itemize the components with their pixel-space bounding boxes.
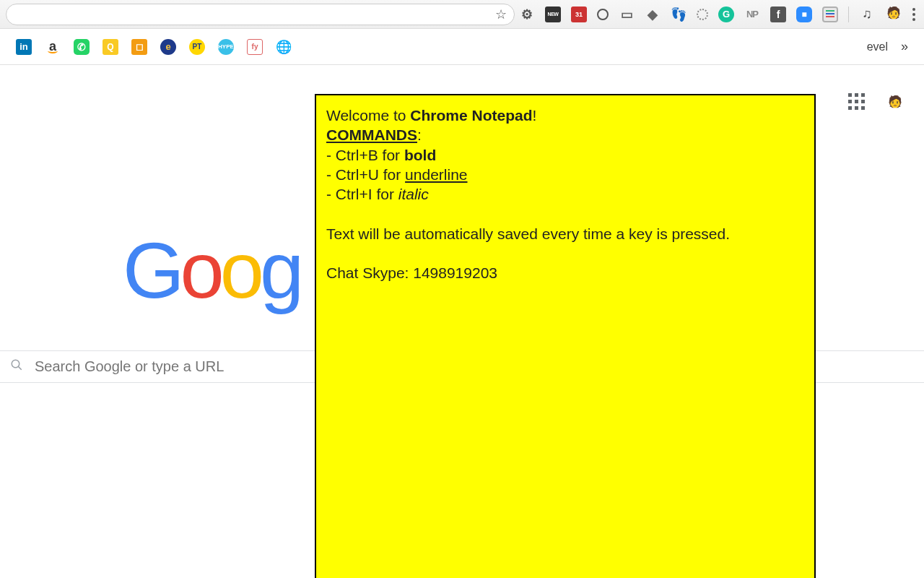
- display-icon[interactable]: ▭: [619, 7, 635, 22]
- notepad-text: - Ctrl+U for: [326, 166, 405, 183]
- google-apps-icon[interactable]: [848, 93, 865, 110]
- empty-circle-icon[interactable]: [597, 9, 609, 20]
- google-logo-letter: g: [260, 225, 300, 314]
- notepad-command-bold: - Ctrl+B for bold: [326, 145, 804, 165]
- bookmark-text-item[interactable]: evel: [867, 40, 888, 53]
- notepad-italic-word: italic: [398, 186, 429, 202]
- notepad-text: Welcome to: [326, 107, 410, 124]
- notepad-command-underline: - Ctrl+U for underline: [326, 165, 804, 184]
- chrome-notepad-extension-icon[interactable]: [822, 7, 838, 22]
- google-logo: Goog: [123, 224, 300, 316]
- yellow-bookmark-icon[interactable]: Q: [103, 39, 118, 55]
- media-control-icon[interactable]: ♫: [859, 7, 875, 22]
- bookmarks-bar: in a ✆ Q ◻ e PT HYPE fy 🌐 evel »: [0, 29, 924, 65]
- hype-bookmark-icon[interactable]: HYPE: [218, 39, 234, 55]
- google-logo-letter: o: [180, 225, 220, 314]
- google-logo-letter: G: [123, 225, 180, 314]
- notepad-commands-heading: COMMANDS:: [326, 125, 804, 144]
- fy-bookmark-icon[interactable]: fy: [247, 39, 263, 55]
- pt-bookmark-icon[interactable]: PT: [189, 39, 205, 55]
- whatsapp-bookmark-icon[interactable]: ✆: [74, 39, 90, 55]
- stack-icon[interactable]: ◆: [645, 7, 661, 22]
- orange-square-bookmark-icon[interactable]: ◻: [131, 39, 147, 55]
- gnome-foot-icon[interactable]: 👣: [671, 7, 687, 22]
- notepad-skype-text: Chat Skype: 1498919203: [326, 263, 804, 282]
- search-icon: [10, 358, 23, 375]
- notepad-welcome-line: Welcome to Chrome Notepad!: [326, 105, 804, 125]
- omnibox[interactable]: ☆: [6, 4, 515, 25]
- google-header-actions: 🧑: [848, 87, 910, 116]
- zoom-icon[interactable]: ■: [796, 7, 812, 22]
- new-tab-page: 🧑 Goog Welcome to Chrome Notepad! COMMAN…: [0, 65, 924, 578]
- browser-menu-icon[interactable]: [912, 8, 915, 21]
- svg-line-1: [18, 366, 22, 370]
- dotted-circle-icon[interactable]: [697, 9, 708, 20]
- notepad-command-italic: - Ctrl+I for italic: [326, 184, 804, 204]
- gear-icon[interactable]: ⚙: [519, 7, 535, 22]
- bookmark-star-icon[interactable]: ☆: [495, 7, 507, 22]
- euro-bookmark-icon[interactable]: e: [160, 39, 176, 55]
- grammarly-icon[interactable]: G: [718, 7, 734, 22]
- globe-bookmark-icon[interactable]: 🌐: [276, 39, 292, 55]
- new-badge-icon[interactable]: NEW: [545, 7, 561, 22]
- notepad-text: !: [533, 107, 537, 124]
- facebook-icon[interactable]: f: [770, 7, 786, 22]
- notepad-text: - Ctrl+B for: [326, 147, 404, 163]
- notepad-underline-word: underline: [405, 166, 467, 183]
- bookmarks-overflow-icon[interactable]: »: [901, 39, 908, 54]
- google-logo-letter: o: [220, 225, 260, 314]
- notepad-text: - Ctrl+I for: [326, 186, 398, 202]
- svg-point-0: [12, 360, 19, 368]
- google-account-avatar-icon[interactable]: 🧑: [881, 87, 910, 116]
- notepad-app-name: Chrome Notepad: [410, 107, 532, 124]
- calendar-icon[interactable]: 31: [571, 7, 587, 22]
- np-extension-icon[interactable]: NP: [744, 7, 760, 22]
- extensions-row: ⚙ NEW 31 ▭ ◆ 👣 G NP f ■ ♫ 🧑: [519, 6, 918, 23]
- profile-avatar-icon[interactable]: 🧑: [885, 6, 902, 23]
- linkedin-bookmark-icon[interactable]: in: [16, 39, 32, 55]
- toolbar-divider: [848, 7, 849, 22]
- notepad-bold-word: bold: [404, 147, 436, 163]
- amazon-bookmark-icon[interactable]: a: [45, 39, 61, 55]
- notepad-text: :: [417, 126, 422, 143]
- chrome-notepad-popup[interactable]: Welcome to Chrome Notepad! COMMANDS: - C…: [315, 94, 816, 578]
- browser-toolbar: ☆ ⚙ NEW 31 ▭ ◆ 👣 G NP f ■ ♫ 🧑: [0, 0, 924, 29]
- notepad-commands-label: COMMANDS: [326, 126, 417, 143]
- notepad-autosave-text: Text will be automatically saved every t…: [326, 224, 804, 243]
